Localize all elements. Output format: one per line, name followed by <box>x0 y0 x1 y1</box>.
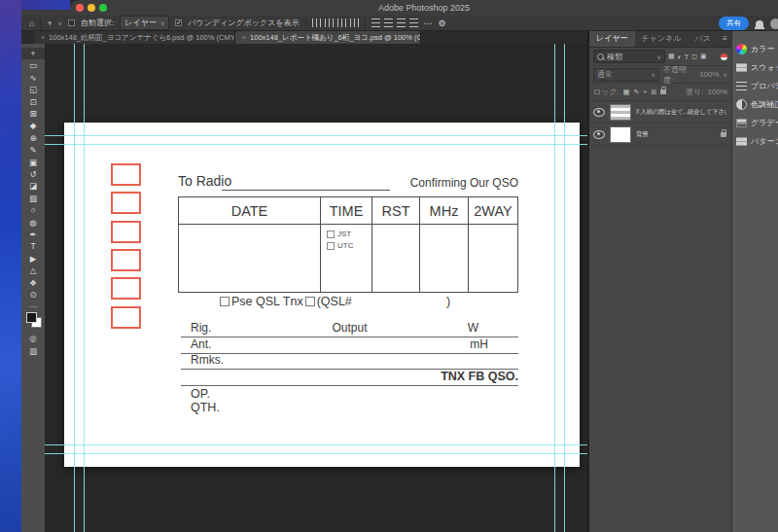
healing-brush-tool[interactable]: ⊕ <box>21 132 45 144</box>
zoom-window-button[interactable] <box>99 4 107 12</box>
profile-avatar[interactable] <box>770 18 778 29</box>
guide-vertical[interactable] <box>84 44 85 532</box>
shape-tool[interactable]: △ <box>21 265 45 276</box>
zoom-tool[interactable]: ⊙ <box>21 289 45 301</box>
guide-vertical[interactable] <box>554 44 555 532</box>
chevron-down-icon[interactable]: ∨ <box>58 19 62 26</box>
layer-visibility-eye-icon[interactable] <box>593 108 605 117</box>
move-tool-icon[interactable]: + <box>47 18 52 28</box>
layer-search-input[interactable]: 種類 ∨ <box>593 50 665 63</box>
dodge-tool[interactable]: ◍ <box>21 217 45 229</box>
filter-type-layers-icon[interactable]: T <box>685 53 689 60</box>
layer-name[interactable]: !! 入稿の際は全て...統合して下さい !! <box>636 108 726 117</box>
lock-paint-icon[interactable]: ✎ <box>633 89 639 96</box>
dock-item-adjustments[interactable]: 色調補正 <box>736 96 778 112</box>
guide-horizontal[interactable] <box>45 444 587 445</box>
path-selection-tool[interactable]: ▶ <box>21 253 45 265</box>
auto-select-dropdown[interactable]: レイヤー ∨ <box>120 16 169 30</box>
close-window-button[interactable] <box>76 4 84 12</box>
minimize-window-button[interactable] <box>88 4 95 12</box>
align-icon[interactable] <box>350 18 359 27</box>
panel-dock: カラースウォッチプロパティ色調補正グラデーションパターン <box>731 31 778 532</box>
edit-toolbar-icon[interactable]: ⋯ <box>21 301 45 311</box>
layer-row-background[interactable]: 背景 <box>589 124 731 146</box>
filter-shape-layers-icon[interactable]: ◻ <box>691 53 697 60</box>
guide-horizontal[interactable] <box>45 453 587 454</box>
search-icon <box>597 53 604 60</box>
clone-stamp-tool[interactable]: ▣ <box>21 157 45 168</box>
crop-tool[interactable]: ⊡ <box>21 96 45 108</box>
object-selection-tool[interactable]: ◱ <box>21 84 45 95</box>
auto-select-checkbox[interactable] <box>68 19 75 26</box>
blend-mode-dropdown[interactable]: 通常 ∨ <box>593 68 659 82</box>
close-tab-icon[interactable]: × <box>41 34 45 41</box>
dock-item-properties[interactable]: プロパティ <box>736 78 778 93</box>
filter-adjustment-layers-icon[interactable]: ◐ <box>678 53 682 60</box>
dock-item-swatches[interactable]: スウォッチ <box>736 59 778 75</box>
blur-tool[interactable]: ○ <box>21 204 45 216</box>
screen-mode-icon[interactable]: ▥ <box>21 346 45 356</box>
tab-channels[interactable]: チャンネル <box>635 31 689 47</box>
distribute-icon[interactable] <box>384 18 393 27</box>
more-options-icon[interactable]: ⋯ <box>424 18 433 28</box>
type-tool[interactable]: T <box>21 240 45 252</box>
history-brush-tool[interactable]: ↺ <box>21 168 45 180</box>
pen-tool[interactable]: ✒ <box>21 229 45 240</box>
guide-horizontal[interactable] <box>45 135 587 136</box>
align-icon[interactable] <box>337 18 346 27</box>
lasso-tool[interactable]: ∿ <box>21 72 45 84</box>
pasteboard[interactable]: To Radio Confirming Our QSO DATETIMERSTM… <box>45 44 587 532</box>
gear-icon[interactable]: ⚙ <box>439 18 446 28</box>
mhz-cell <box>420 225 469 292</box>
align-icon[interactable] <box>312 18 321 27</box>
hand-tool[interactable]: ❖ <box>21 277 45 289</box>
distribute-icon[interactable] <box>397 18 406 27</box>
blend-mode-row: 通常 ∨ 不透明度: 100% ∨ <box>589 66 731 84</box>
marquee-tool[interactable]: ▭ <box>21 59 45 71</box>
layer-name[interactable]: 背景 <box>636 130 648 139</box>
panel-menu-icon[interactable]: ≡ <box>718 31 732 47</box>
move-tool[interactable]: + <box>21 48 45 59</box>
guide-vertical[interactable] <box>74 44 75 532</box>
dock-item-gradients[interactable]: グラデーション <box>736 115 778 130</box>
home-icon[interactable]: ⌂ <box>29 18 34 28</box>
close-tab-icon[interactable]: × <box>242 34 246 41</box>
filter-pixel-layers-icon[interactable]: ▦ <box>668 53 675 60</box>
distribute-icon[interactable] <box>409 18 418 27</box>
eyedropper-tool[interactable]: ◆ <box>21 120 45 131</box>
document-tab-active[interactable]: × 100x148_レポート欄あり_6桁_ヨコ.psd @ 100% (CMYK… <box>235 31 421 44</box>
dock-item-patterns[interactable]: パターン <box>736 133 778 149</box>
lock-move-icon[interactable]: + <box>643 89 647 95</box>
distribute-icon[interactable] <box>371 18 380 27</box>
lock-label: ロック: <box>593 87 619 97</box>
eraser-tool[interactable]: ◪ <box>21 180 45 192</box>
lock-all-icon[interactable] <box>660 89 666 94</box>
bounding-box-checkbox[interactable]: ✓ <box>175 19 182 26</box>
foreground-color-swatch[interactable] <box>26 312 37 323</box>
lock-transparency-icon[interactable]: ▦ <box>623 89 630 96</box>
filter-smart-objects-icon[interactable]: ▣ <box>700 53 707 60</box>
quick-mask-icon[interactable]: ◎ <box>21 334 45 343</box>
canvas[interactable]: To Radio Confirming Our QSO DATETIMERSTM… <box>64 123 580 467</box>
frame-tool[interactable]: ⊠ <box>21 108 45 120</box>
gradient-tool[interactable]: ▧ <box>21 193 45 204</box>
align-icon[interactable] <box>325 18 334 27</box>
filter-toggle-icon[interactable] <box>721 53 727 60</box>
opacity-value[interactable]: 100% <box>699 70 719 79</box>
brush-tool[interactable]: ✎ <box>21 144 45 156</box>
share-button[interactable]: 共有 <box>719 17 749 30</box>
tab-layers[interactable]: レイヤー <box>589 31 635 47</box>
document-tab-inactive[interactable]: × 100x148_絵柄面_ヨコアンテナぐら6.psd @ 100% (CMYK… <box>34 31 235 44</box>
lock-artboard-icon[interactable]: ⊞ <box>651 89 656 96</box>
layer-visibility-eye-icon[interactable] <box>593 130 605 139</box>
layer-row-warning[interactable]: !! 入稿の際は全て...統合して下さい !! <box>589 101 731 124</box>
fill-value[interactable]: 100% <box>708 88 727 96</box>
color-swatches[interactable] <box>26 312 42 328</box>
dock-item-color[interactable]: カラー <box>736 41 774 56</box>
guide-horizontal[interactable] <box>45 144 587 145</box>
layer-thumbnail[interactable] <box>610 104 631 121</box>
layer-thumbnail[interactable] <box>610 126 631 143</box>
notifications-bell-icon[interactable] <box>756 20 763 27</box>
guide-vertical[interactable] <box>564 44 565 532</box>
tab-paths[interactable]: パス <box>689 31 718 47</box>
